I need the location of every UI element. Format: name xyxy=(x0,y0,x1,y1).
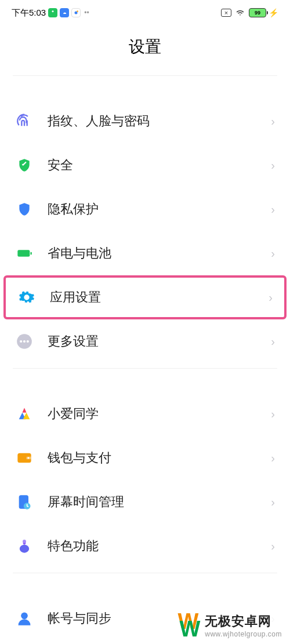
status-bar: 下午5:03 •• 99 ⚡ xyxy=(0,0,290,26)
more-icon xyxy=(15,332,34,351)
row-label: 指纹、人脸与密码 xyxy=(48,112,257,130)
svg-rect-2 xyxy=(17,250,30,257)
settings-row-privacy[interactable]: 隐私保护 › xyxy=(0,187,290,231)
settings-row-ai[interactable]: 小爱同学 › xyxy=(0,392,290,436)
row-label: 屏幕时间管理 xyxy=(48,493,257,511)
settings-row-more[interactable]: 更多设置 › xyxy=(0,319,290,363)
gear-icon xyxy=(17,288,36,307)
chevron-right-icon: › xyxy=(271,159,275,172)
status-app-icon xyxy=(48,8,57,17)
row-label: 省电与电池 xyxy=(48,245,257,262)
battery-level: 99 xyxy=(255,10,260,16)
status-notif-icon xyxy=(221,9,231,17)
watermark-url: www.wjhotelgroup.com xyxy=(205,630,282,638)
status-app-icon xyxy=(60,8,69,17)
chevron-right-icon: › xyxy=(271,452,275,465)
watermark-text: 无极安卓网 www.wjhotelgroup.com xyxy=(205,613,282,638)
svg-point-16 xyxy=(21,613,28,620)
status-app-icon xyxy=(71,8,81,17)
svg-point-5 xyxy=(20,340,22,343)
row-label: 隐私保护 xyxy=(48,201,257,218)
row-label: 小爱同学 xyxy=(48,405,257,423)
svg-point-15 xyxy=(23,540,26,543)
fingerprint-icon xyxy=(15,112,34,130)
status-more-dots: •• xyxy=(84,9,89,17)
settings-row-features[interactable]: 特色功能 › xyxy=(0,524,290,568)
watermark-logo: WW xyxy=(176,614,200,636)
chevron-right-icon: › xyxy=(271,247,275,260)
settings-row-security[interactable]: 安全 › xyxy=(0,143,290,187)
status-time: 下午5:03 xyxy=(12,8,46,19)
chevron-right-icon: › xyxy=(269,291,273,304)
chevron-right-icon: › xyxy=(271,203,275,216)
special-feature-icon xyxy=(15,537,34,555)
svg-point-1 xyxy=(77,10,78,12)
page-title: 设置 xyxy=(0,26,290,75)
chevron-right-icon: › xyxy=(271,335,275,348)
row-label: 应用设置 xyxy=(50,289,255,306)
svg-point-6 xyxy=(23,340,26,343)
svg-point-10 xyxy=(27,457,29,459)
svg-point-13 xyxy=(20,545,29,553)
chevron-right-icon: › xyxy=(271,407,275,421)
chevron-right-icon: › xyxy=(271,540,275,553)
settings-row-screentime[interactable]: 屏幕时间管理 › xyxy=(0,480,290,524)
settings-row-apps[interactable]: 应用设置 › xyxy=(6,278,284,317)
battery-icon: 99 xyxy=(249,8,266,17)
highlighted-row-box: 应用设置 › xyxy=(3,275,287,319)
settings-row-wallet[interactable]: 钱包与支付 › xyxy=(0,436,290,480)
row-label: 更多设置 xyxy=(48,333,257,350)
watermark-name: 无极安卓网 xyxy=(205,613,282,630)
charging-icon: ⚡ xyxy=(269,8,278,17)
watermark: WW 无极安卓网 www.wjhotelgroup.com xyxy=(170,607,290,644)
account-icon xyxy=(15,609,34,628)
row-label: 特色功能 xyxy=(48,537,257,555)
battery-saver-icon xyxy=(15,244,34,263)
wifi-icon xyxy=(235,9,245,17)
status-left: 下午5:03 •• xyxy=(12,8,89,19)
svg-rect-3 xyxy=(31,252,32,255)
chevron-right-icon: › xyxy=(271,115,275,128)
svg-point-7 xyxy=(27,340,29,343)
settings-row-battery[interactable]: 省电与电池 › xyxy=(0,231,290,275)
screen-time-icon xyxy=(15,493,34,511)
row-label: 钱包与支付 xyxy=(48,449,257,467)
wallet-icon xyxy=(15,449,34,467)
row-label: 安全 xyxy=(48,157,257,174)
ai-assistant-icon xyxy=(15,405,34,423)
settings-row-fingerprint[interactable]: 指纹、人脸与密码 › xyxy=(0,99,290,143)
shield-icon xyxy=(15,156,34,174)
chevron-right-icon: › xyxy=(271,496,275,509)
privacy-shield-icon xyxy=(15,200,34,219)
status-right: 99 ⚡ xyxy=(221,8,278,17)
